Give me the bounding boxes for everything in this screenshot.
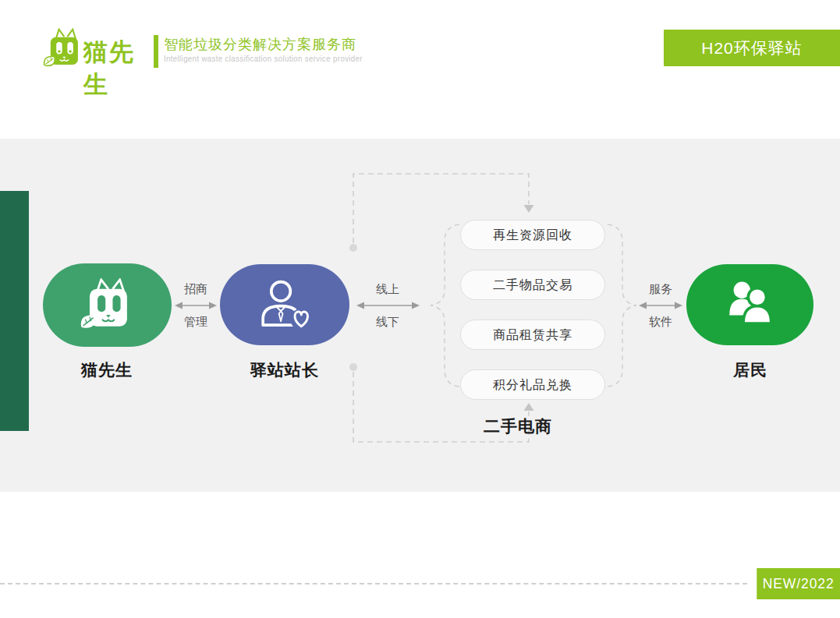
header: 猫先生 智能垃圾分类解决方案服务商 Intelligent waste clas…: [0, 0, 840, 139]
cat-icon: [79, 278, 136, 333]
footer-dashed-line: [0, 583, 747, 584]
arrow2-label-bottom: 线下: [364, 315, 411, 330]
arrow1-label-top: 招商: [172, 282, 219, 297]
logo-divider: [154, 35, 158, 68]
node-label-maoxiansheng: 猫先生: [44, 359, 169, 381]
new-2022-badge: NEW/2022: [757, 568, 840, 599]
services-group-title: 二手电商: [471, 415, 565, 437]
node-label-yizhan-zhanzhang: 驿站站长: [222, 359, 347, 381]
brand-tagline-zh: 智能垃圾分类解决方案服务商: [164, 35, 356, 54]
brand-tagline-en: Intelligent waste classification solutio…: [164, 54, 363, 63]
service-box-recycling: 再生资源回收: [460, 220, 605, 250]
residents-icon: [721, 279, 780, 330]
brand-name: 猫先生: [83, 36, 158, 69]
h20-banner: H20环保驿站: [664, 30, 840, 66]
arrow3-label-bottom: 软件: [637, 315, 684, 330]
arrow1-label-bottom: 管理: [172, 315, 219, 330]
double-arrow-2: [356, 302, 420, 309]
service-box-secondhand-trade: 二手物品交易: [460, 270, 605, 300]
cat-logo-icon: [42, 26, 84, 70]
arrow3-label-top: 服务: [637, 282, 684, 297]
double-arrow-3: [639, 302, 682, 309]
station-master-icon: [253, 277, 317, 333]
node-maoxiansheng: [43, 263, 172, 347]
diagram-stage: 猫先生 驿站站长 居民 再生资源回收 二手物品交易: [0, 139, 840, 492]
slide-page: 猫先生 智能垃圾分类解决方案服务商 Intelligent waste clas…: [0, 0, 840, 618]
arrow2-label-top: 线上: [364, 282, 411, 297]
brace-right: [608, 224, 636, 387]
node-label-jumin: 居民: [688, 359, 813, 381]
double-arrow-1: [175, 302, 217, 309]
service-box-points-redeem: 积分礼品兑换: [460, 369, 605, 400]
service-box-rental-sharing: 商品租赁共享: [460, 320, 605, 350]
node-yizhan-zhanzhang: [220, 264, 349, 345]
node-jumin: [686, 264, 813, 345]
brace-left: [431, 224, 459, 387]
left-accent-bar: [0, 191, 29, 431]
